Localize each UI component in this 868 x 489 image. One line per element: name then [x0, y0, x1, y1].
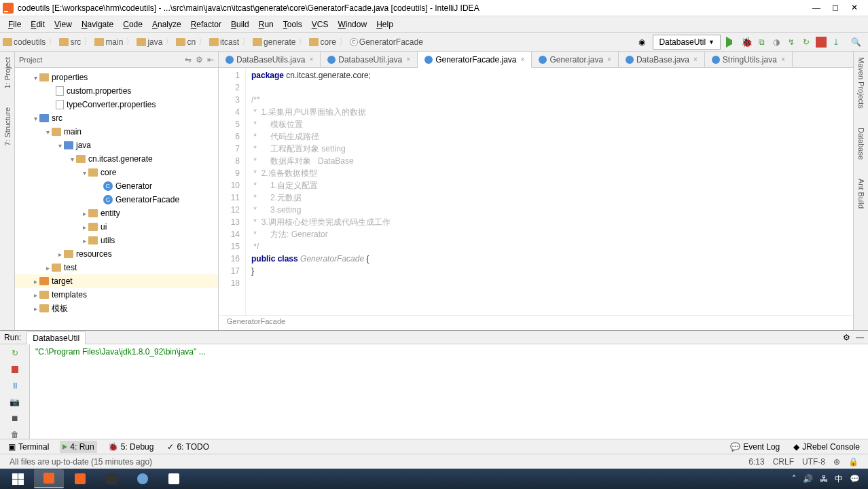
start-button[interactable] [3, 469, 33, 488]
update-button[interactable]: ⤓ [831, 37, 842, 48]
close-icon[interactable]: × [521, 56, 525, 63]
breadcrumb-item[interactable]: codeutils [3, 37, 46, 47]
close-icon[interactable]: × [781, 56, 785, 63]
editor-tab[interactable]: Generator.java× [532, 52, 619, 67]
terminal-tab[interactable]: ▣ Terminal [5, 441, 52, 453]
menu-file[interactable]: File [4, 18, 25, 31]
tray-chevron-icon[interactable]: ˄ [792, 474, 796, 484]
tree-class-generator[interactable]: Generator [115, 181, 152, 191]
tree-folder-src[interactable]: src [52, 113, 62, 123]
debug-tab[interactable]: 🐞 5: Debug [105, 441, 157, 453]
jrebel-tab[interactable]: ◆ JRebel Console [791, 441, 863, 453]
maximize-button[interactable]: ◻ [830, 3, 841, 13]
antbuild-tool-button[interactable]: Ant Build [857, 176, 865, 211]
coverage-button[interactable]: ⧉ [756, 37, 767, 48]
attach-button[interactable]: ↯ [786, 37, 797, 48]
run-tab-bottom[interactable]: 4: Run [60, 441, 96, 453]
menu-help[interactable]: Help [372, 18, 397, 31]
tree-folder-resources[interactable]: resources [76, 249, 112, 259]
tree-file-custom[interactable]: custom.properties [67, 86, 131, 96]
dump-icon[interactable]: 📷 [9, 396, 21, 408]
tree-class-generatorfacade[interactable]: GeneratorFacade [115, 195, 179, 204]
tree-folder-target[interactable]: target [52, 276, 73, 286]
tray-notifications-icon[interactable]: 💬 [850, 474, 860, 484]
collapse-icon[interactable]: ⇋ [185, 55, 192, 65]
breadcrumb-item[interactable]: generate [253, 37, 295, 47]
tree-file-typeconverter[interactable]: typeConverter.properties [67, 100, 156, 109]
compass-icon[interactable]: ◉ [636, 37, 647, 48]
menu-view[interactable]: View [50, 18, 76, 31]
jrebel-button[interactable]: ↻ [801, 37, 812, 48]
breadcrumb-item[interactable]: java [137, 37, 162, 47]
close-icon[interactable]: × [309, 56, 313, 63]
rerun-icon[interactable]: ↻ [9, 347, 21, 359]
tree-folder-test[interactable]: test [64, 263, 77, 272]
run-button[interactable] [726, 37, 737, 48]
close-icon[interactable]: × [607, 56, 611, 63]
insert-mode[interactable]: ⊕ [833, 457, 840, 467]
close-icon[interactable]: × [406, 56, 410, 63]
search-icon[interactable]: 🔍 [851, 37, 861, 47]
menu-build[interactable]: Build [227, 18, 253, 31]
editor-tab[interactable]: GeneratorFacade.java× [418, 52, 532, 68]
editor-tab[interactable]: DataBaseUtils.java× [219, 52, 321, 67]
close-button[interactable]: ✕ [849, 3, 860, 13]
tree-folder-utils[interactable]: utils [101, 236, 115, 245]
breadcrumb-item[interactable]: itcast [209, 37, 239, 47]
tree-folder-core[interactable]: core [101, 168, 116, 177]
tray-volume-icon[interactable]: 🔊 [803, 474, 813, 484]
breadcrumb-item[interactable]: CGeneratorFacade [350, 37, 423, 47]
tree-folder-ui[interactable]: ui [101, 222, 107, 232]
tree-folder-main[interactable]: main [64, 127, 82, 137]
maven-tool-button[interactable]: Maven Projects [857, 54, 865, 111]
database-tool-button[interactable]: Database [857, 125, 865, 162]
menu-window[interactable]: Window [333, 18, 371, 31]
tree-folder-muban[interactable]: 模板 [52, 303, 68, 314]
menu-vcs[interactable]: VCS [308, 18, 333, 31]
structure-tool-button[interactable]: 7: Structure [3, 105, 12, 149]
profile-button[interactable]: ◑ [771, 37, 782, 48]
run-gear-icon[interactable]: ⚙ [843, 333, 850, 342]
tree-folder-properties[interactable]: properties [52, 73, 88, 82]
pause-icon[interactable]: ⏸ [9, 380, 21, 392]
hide-icon[interactable]: ⇤ [207, 55, 214, 65]
menu-edit[interactable]: Edit [26, 18, 49, 31]
menu-tools[interactable]: Tools [279, 18, 306, 31]
run-tab[interactable]: DatabaseUtil [26, 331, 86, 344]
taskbar-app5[interactable] [159, 469, 189, 488]
editor-tab[interactable]: StringUtils.java× [705, 52, 793, 67]
taskbar-intellij[interactable] [34, 469, 64, 488]
breadcrumb-item[interactable]: main [94, 37, 123, 47]
editor-tab[interactable]: DatabaseUtil.java× [321, 52, 418, 67]
taskbar-app3[interactable] [96, 469, 126, 488]
menu-navigate[interactable]: Navigate [77, 18, 117, 31]
tree-folder-entity[interactable]: entity [101, 209, 120, 218]
line-separator[interactable]: CRLF [773, 457, 794, 467]
tray-ime-icon[interactable]: 中 [835, 473, 843, 485]
tree-folder-templates[interactable]: templates [52, 290, 87, 300]
minimize-button[interactable]: — [811, 3, 822, 13]
console-output[interactable]: "C:\Program Files\Java\jdk1.8.0_92\bin\j… [30, 344, 868, 443]
stop-button[interactable] [816, 37, 827, 48]
eventlog-tab[interactable]: 💬 Event Log [727, 441, 782, 453]
todo-tab[interactable]: ✓ 6: TODO [164, 441, 212, 453]
menu-code[interactable]: Code [119, 18, 147, 31]
exit-icon[interactable]: ⏹ [9, 412, 21, 424]
tray-network-icon[interactable]: 🖧 [820, 474, 828, 484]
breadcrumb-item[interactable]: src [59, 37, 81, 47]
run-minimize-icon[interactable]: — [856, 333, 864, 342]
project-tool-button[interactable]: 1: Project [3, 54, 12, 91]
debug-button[interactable]: 🐞 [741, 37, 752, 48]
editor-tab[interactable]: DataBase.java× [619, 52, 705, 67]
encoding[interactable]: UTF-8 [802, 457, 825, 467]
tree-folder-java[interactable]: java [76, 141, 91, 150]
gear-icon[interactable]: ⚙ [196, 55, 203, 65]
tree-package[interactable]: cn.itcast.generate [88, 154, 153, 164]
code-editor[interactable]: package cn.itcast.generate.core; /** * 1… [246, 68, 853, 315]
close-icon[interactable]: × [693, 56, 698, 63]
run-config-selector[interactable]: DatabaseUtil ▼ [653, 35, 721, 50]
breadcrumb-item[interactable]: cn [176, 37, 196, 47]
taskbar-app2[interactable] [65, 469, 95, 488]
taskbar-app4[interactable] [128, 469, 158, 488]
menu-refactor[interactable]: Refactor [187, 18, 225, 31]
